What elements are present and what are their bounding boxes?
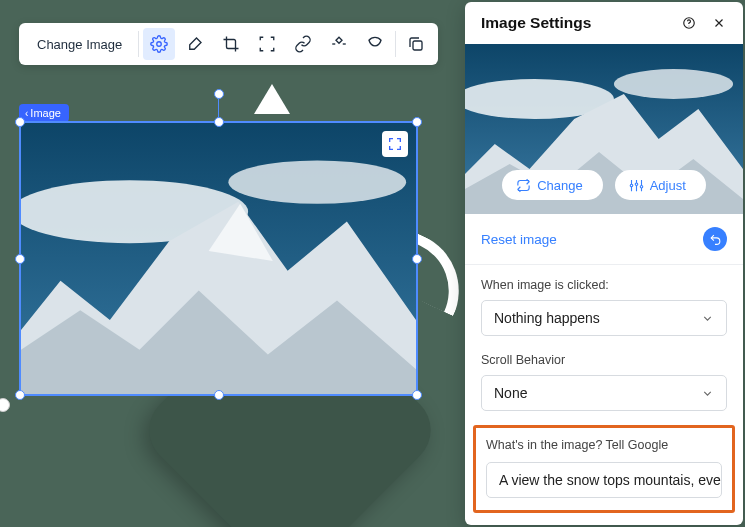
- adjust-button[interactable]: Adjust: [615, 170, 706, 200]
- background-triangle: [254, 84, 290, 114]
- panel-header: Image Settings: [465, 2, 743, 44]
- brush-icon[interactable]: [179, 28, 211, 60]
- link-icon[interactable]: [287, 28, 319, 60]
- expand-icon[interactable]: [382, 131, 408, 157]
- canvas-edge-handle[interactable]: [0, 398, 10, 412]
- sliders-icon: [629, 178, 644, 193]
- help-icon[interactable]: [681, 15, 697, 31]
- resize-handle-tm[interactable]: [214, 117, 224, 127]
- reset-row: Reset image: [465, 214, 743, 265]
- resize-handle-bl[interactable]: [15, 390, 25, 400]
- scroll-behavior-select[interactable]: None: [481, 375, 727, 411]
- resize-handle-tl[interactable]: [15, 117, 25, 127]
- alt-text-input[interactable]: A view the snow tops mountais, ever…: [486, 462, 722, 498]
- breadcrumb-chip[interactable]: ‹ Image: [19, 104, 69, 122]
- alt-text-label: What's in the image? Tell Google: [486, 438, 722, 452]
- panel-image-preview: Change Adjust: [465, 44, 743, 214]
- resize-handle-br[interactable]: [412, 390, 422, 400]
- svg-rect-1: [413, 41, 422, 50]
- change-button-label: Change: [537, 178, 583, 193]
- toolbar-divider: [395, 31, 396, 57]
- alt-text-section: What's in the image? Tell Google A view …: [473, 425, 735, 513]
- resize-handle-bm[interactable]: [214, 390, 224, 400]
- svg-point-6: [689, 25, 690, 26]
- resize-handle-ml[interactable]: [15, 254, 25, 264]
- rotate-line: [218, 99, 219, 117]
- change-image-button[interactable]: Change Image: [25, 28, 134, 60]
- image-settings-panel: Image Settings Change Adj: [465, 2, 743, 525]
- svg-point-9: [614, 69, 733, 99]
- rotate-handle[interactable]: [214, 89, 224, 99]
- chevron-left-icon: ‹: [25, 108, 28, 119]
- adjust-button-label: Adjust: [650, 178, 686, 193]
- focus-icon[interactable]: [251, 28, 283, 60]
- svg-point-11: [635, 183, 638, 186]
- breadcrumb-label: Image: [30, 107, 61, 119]
- click-behavior-label: When image is clicked:: [481, 278, 727, 292]
- resize-handle-tr[interactable]: [412, 117, 422, 127]
- swap-icon: [516, 178, 531, 193]
- image-preview-graphic: [21, 123, 416, 394]
- selected-image-frame[interactable]: [19, 121, 418, 396]
- toolbar-divider: [138, 31, 139, 57]
- scroll-behavior-label: Scroll Behavior: [481, 353, 727, 367]
- svg-point-12: [640, 185, 643, 188]
- mask-icon[interactable]: [359, 28, 391, 60]
- svg-point-4: [228, 160, 406, 203]
- image-toolbar: Change Image: [19, 23, 438, 65]
- crop-icon[interactable]: [215, 28, 247, 60]
- reset-image-link[interactable]: Reset image: [481, 232, 557, 247]
- chevron-down-icon: [701, 312, 714, 325]
- scroll-behavior-section: Scroll Behavior None: [465, 340, 743, 415]
- alt-text-value: A view the snow tops mountais, ever…: [499, 472, 722, 488]
- click-behavior-select[interactable]: Nothing happens: [481, 300, 727, 336]
- resize-handle-mr[interactable]: [412, 254, 422, 264]
- svg-point-0: [157, 42, 162, 47]
- animate-icon[interactable]: [323, 28, 355, 60]
- gear-icon[interactable]: [143, 28, 175, 60]
- click-behavior-section: When image is clicked: Nothing happens: [465, 265, 743, 340]
- chevron-down-icon: [701, 387, 714, 400]
- close-icon[interactable]: [711, 15, 727, 31]
- copy-icon[interactable]: [400, 28, 432, 60]
- panel-title: Image Settings: [481, 14, 591, 32]
- svg-point-10: [630, 184, 633, 187]
- click-behavior-value: Nothing happens: [494, 310, 600, 326]
- change-button[interactable]: Change: [502, 170, 603, 200]
- scroll-behavior-value: None: [494, 385, 527, 401]
- undo-icon[interactable]: [703, 227, 727, 251]
